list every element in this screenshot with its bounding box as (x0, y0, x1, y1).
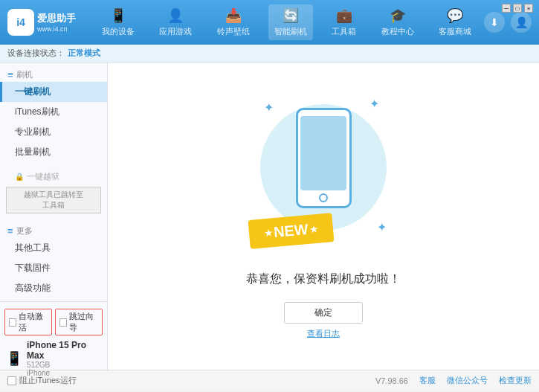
tab-toolbox-label: 工具箱 (332, 26, 356, 37)
download-button[interactable]: ⬇ (484, 12, 505, 33)
device-storage: 512GB (27, 361, 101, 369)
pro-flash-label: 专业刷机 (15, 126, 51, 137)
tab-ringtone-label: 铃声壁纸 (217, 26, 250, 37)
sidebar-item-other-tools[interactable]: 其他工具 (0, 238, 107, 258)
sidebar-item-pro-flash[interactable]: 专业刷机 (0, 122, 107, 142)
sidebar-item-itunes-flash[interactable]: iTunes刷机 (0, 102, 107, 122)
new-badge-star-right: ★ (309, 223, 318, 234)
flash-section-title: ≡ 刷机 (0, 66, 107, 82)
phone-body (296, 108, 352, 208)
service-link[interactable]: 客服 (419, 375, 436, 386)
success-message: 恭喜您，保资料刷机成功啦！ (246, 271, 401, 287)
logo-text: 爱思助手 www.i4.cn (37, 12, 76, 33)
main-layout: ≡ 刷机 一键刷机 iTunes刷机 专业刷机 批量刷机 🔒 一键越狱 越狱工具… (0, 62, 539, 370)
sidebar: ≡ 刷机 一键刷机 iTunes刷机 专业刷机 批量刷机 🔒 一键越狱 越狱工具… (0, 62, 108, 370)
new-badge-star-left: ★ (264, 228, 273, 239)
sidebar-bottom: 自动激活 跳过向导 📱 iPhone 15 Pro Max 512GB iPho… (0, 298, 107, 381)
flash-section-label: 刷机 (16, 69, 33, 80)
wechat-link[interactable]: 微信公众号 (447, 375, 488, 386)
update-link[interactable]: 检查更新 (499, 375, 532, 386)
tab-service-label: 客服商城 (439, 26, 471, 37)
batch-flash-label: 批量刷机 (15, 147, 51, 157)
tab-service[interactable]: 💬 客服商城 (433, 4, 477, 40)
more-section-label: 更多 (16, 225, 33, 237)
tab-smart-flash-label: 智能刷机 (274, 26, 307, 37)
status-prefix: 设备连接状态： (7, 48, 65, 59)
my-device-icon: 📱 (110, 7, 126, 24)
header-right: ⬇ 👤 (484, 12, 532, 33)
auto-activate-label: 自动激活 (19, 311, 48, 333)
tab-app-game-label: 应用游戏 (159, 26, 192, 37)
phone-home-button (319, 193, 328, 202)
sparkle-1: ✦ (264, 100, 274, 115)
maximize-button[interactable]: □ (513, 4, 522, 13)
status-value: 正常模式 (68, 48, 100, 59)
log-button[interactable]: 查看日志 (307, 328, 340, 339)
tutorial-icon: 🎓 (390, 7, 406, 24)
sidebar-item-one-key-flash[interactable]: 一键刷机 (0, 82, 107, 102)
sidebar-disabled-jailbreak: 🔒 一键越狱 (0, 168, 107, 185)
phone-screen (300, 116, 346, 190)
disabled-note: 越狱工具已跳转至工具箱 (6, 187, 101, 213)
device-phone-icon: 📱 (6, 350, 22, 367)
itunes-section: 阻止iTunes运行 (7, 375, 115, 386)
itunes-flash-label: iTunes刷机 (15, 106, 59, 117)
close-button[interactable]: × (524, 4, 533, 13)
device-name: iPhone 15 Pro Max (27, 340, 101, 361)
guide-checkbox-container[interactable]: 跳过向导 (55, 309, 103, 335)
confirm-button[interactable]: 确定 (284, 302, 363, 324)
minimize-button[interactable]: ─ (502, 4, 511, 13)
device-options-row: 自动激活 跳过向导 (0, 305, 107, 338)
logo-icon: i4 (7, 9, 34, 36)
app-game-icon: 👤 (167, 7, 184, 24)
sparkle-2: ✦ (369, 97, 379, 111)
app-url: www.i4.cn (37, 25, 76, 33)
sparkle-3: ✦ (377, 220, 387, 234)
new-badge: ★ NEW ★ (248, 213, 335, 249)
other-tools-label: 其他工具 (15, 242, 51, 253)
user-button[interactable]: 👤 (511, 12, 532, 33)
auto-activate-checkbox[interactable] (9, 318, 16, 327)
bottom-right-links: V7.98.66 客服 微信公众号 检查更新 (375, 375, 532, 386)
guide-label: 跳过向导 (69, 311, 98, 333)
guide-checkbox[interactable] (59, 318, 67, 327)
tab-ringtone[interactable]: 📥 铃声壁纸 (211, 4, 256, 40)
ringtone-icon: 📥 (225, 7, 242, 24)
sidebar-item-batch-flash[interactable]: 批量刷机 (0, 142, 107, 162)
tab-my-device[interactable]: 📱 我的设备 (96, 4, 141, 40)
phone-illustration: ✦ ✦ ✦ ★ NEW ★ (249, 93, 398, 257)
disabled-label: 一键越狱 (27, 171, 59, 182)
more-section-title: ≡ 更多 (0, 222, 107, 238)
download-firmware-label: 下载固件 (15, 263, 51, 273)
tab-tutorial[interactable]: 🎓 教程中心 (375, 4, 420, 40)
device-details: iPhone 15 Pro Max 512GB iPhone (27, 340, 101, 377)
header: i4 爱思助手 www.i4.cn 📱 我的设备 👤 应用游戏 📥 铃声壁纸 🔄 (0, 0, 539, 45)
new-badge-text: NEW (273, 221, 309, 241)
version-label: V7.98.66 (375, 376, 408, 385)
tab-smart-flash[interactable]: 🔄 智能刷机 (268, 4, 313, 40)
one-key-flash-label: 一键刷机 (15, 86, 51, 97)
status-bar: 设备连接状态： 正常模式 (0, 45, 539, 62)
advanced-label: 高级功能 (15, 283, 51, 293)
app-name: 爱思助手 (37, 12, 76, 25)
nav-tabs: 📱 我的设备 👤 应用游戏 📥 铃声壁纸 🔄 智能刷机 💼 工具箱 🎓 (89, 4, 484, 40)
itunes-label: 阻止iTunes运行 (19, 375, 77, 386)
service-icon: 💬 (447, 7, 463, 24)
main-content: ✦ ✦ ✦ ★ NEW ★ 恭喜您，保资料刷机成功啦！ 确定 查看日志 (108, 62, 539, 370)
logo: i4 爱思助手 www.i4.cn (7, 9, 89, 36)
itunes-checkbox[interactable] (7, 376, 16, 385)
smart-flash-icon: 🔄 (283, 7, 299, 24)
tab-app-game[interactable]: 👤 应用游戏 (153, 4, 198, 40)
tab-tutorial-label: 教程中心 (381, 26, 414, 37)
logo-icon-text: i4 (16, 16, 25, 28)
flash-section-icon: ≡ (7, 69, 13, 80)
sidebar-divider-device (0, 301, 107, 302)
tab-my-device-label: 我的设备 (102, 26, 135, 37)
sidebar-item-advanced[interactable]: 高级功能 (0, 278, 107, 298)
toolbox-icon: 💼 (336, 7, 352, 24)
tab-toolbox[interactable]: 💼 工具箱 (326, 4, 362, 40)
sidebar-item-download-firmware[interactable]: 下载固件 (0, 258, 107, 278)
auto-activate-checkbox-container[interactable]: 自动激活 (4, 309, 52, 335)
more-section-icon: ≡ (7, 225, 13, 237)
